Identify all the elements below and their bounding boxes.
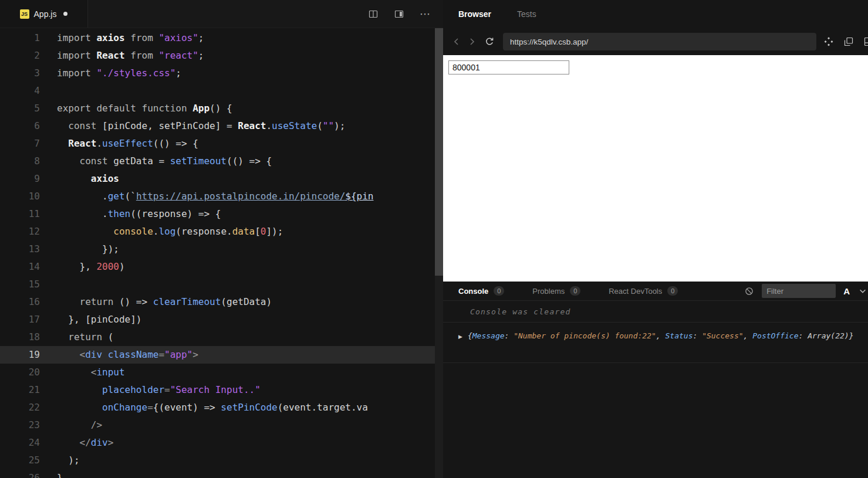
code-line[interactable]: 16 return () => clearTimeout(getData) [0, 293, 435, 311]
tab-browser[interactable]: Browser [458, 9, 491, 19]
pincode-search-input[interactable] [448, 60, 569, 74]
line-number: 14 [0, 258, 40, 276]
code-line[interactable]: 26} [0, 469, 435, 478]
code-line[interactable]: 1import axios from "axios"; [0, 29, 435, 47]
code-text: import React from "react"; [40, 47, 204, 65]
browser-navbar [443, 28, 868, 55]
line-number: 2 [0, 47, 40, 65]
line-number: 25 [0, 452, 40, 469]
code-text: const getData = setTimeout(() => { [40, 152, 272, 170]
code-line[interactable]: 6 const [pinCode, setPinCode] = React.us… [0, 117, 435, 135]
forward-icon[interactable] [464, 34, 479, 49]
code-line[interactable]: 12 console.log(response.data[0]); [0, 223, 435, 240]
console-tab-label: Console [458, 287, 488, 296]
line-number: 24 [0, 434, 40, 452]
codesandbox-window: JS App.js ⋯ 1import axios from "axios";2… [0, 0, 868, 478]
line-number: 16 [0, 293, 40, 311]
code-line[interactable]: 3import "./styles.css"; [0, 65, 435, 82]
browser-viewport [443, 55, 868, 282]
console-tab-console[interactable]: Console 0 [458, 286, 504, 296]
console-actions: A [744, 284, 862, 298]
code-line[interactable]: 22 onChange={(event) => setPinCode(event… [0, 399, 435, 416]
line-number: 3 [0, 65, 40, 82]
code-line[interactable]: 9 axios [0, 170, 435, 188]
code-line[interactable]: 15 [0, 276, 435, 293]
code-line[interactable]: 2import React from "react"; [0, 47, 435, 65]
line-number: 10 [0, 188, 40, 205]
line-number: 4 [0, 82, 40, 100]
line-number: 1 [0, 29, 40, 47]
code-line[interactable]: 21 placeholder="Search Input.." [0, 381, 435, 399]
code-line[interactable]: 10 .get(`https://api.postalpincode.in/pi… [0, 188, 435, 205]
code-line[interactable]: 24 </div> [0, 434, 435, 452]
code-text: /> [40, 416, 102, 434]
editor-pane: JS App.js ⋯ 1import axios from "axios";2… [0, 0, 443, 478]
console-output: Console was cleared ▶ {Message: "Number … [443, 300, 868, 478]
more-actions-icon[interactable]: ⋯ [420, 9, 430, 19]
line-number: 13 [0, 240, 40, 258]
responsive-mode-icon[interactable] [823, 36, 834, 47]
line-number: 11 [0, 205, 40, 223]
code-line[interactable]: 14 }, 2000) [0, 258, 435, 276]
tab-appjs[interactable]: JS App.js [0, 0, 88, 28]
line-number: 8 [0, 152, 40, 170]
code-line[interactable]: 8 const getData = setTimeout(() => { [0, 152, 435, 170]
tab-tests[interactable]: Tests [517, 9, 536, 19]
console-filter-input[interactable] [762, 284, 836, 298]
code-editor[interactable]: 1import axios from "axios";2import React… [0, 28, 435, 478]
pop-out-icon[interactable] [863, 36, 868, 47]
open-preview-icon[interactable] [394, 9, 404, 19]
console-tab-react-devtools[interactable]: React DevTools 0 [609, 286, 678, 296]
code-text [40, 82, 57, 100]
editor-actions: ⋯ [368, 0, 443, 28]
console-tab-problems[interactable]: Problems 0 [532, 286, 580, 296]
console-panel: Console 0 Problems 0 React DevTools 0 A [443, 282, 868, 478]
code-line[interactable]: 18 return ( [0, 328, 435, 346]
code-line[interactable]: 5export default function App() { [0, 100, 435, 117]
code-line[interactable]: 23 /> [0, 416, 435, 434]
code-line[interactable]: 25 ); [0, 452, 435, 469]
open-new-window-icon[interactable] [843, 36, 854, 47]
clear-console-icon[interactable] [744, 286, 754, 296]
code-text: placeholder="Search Input.." [40, 381, 261, 399]
code-text: import "./styles.css"; [40, 65, 181, 82]
line-number: 17 [0, 311, 40, 328]
code-text: <div className="app"> [40, 346, 198, 364]
code-text: <input [40, 364, 125, 381]
code-line[interactable]: 4 [0, 82, 435, 100]
chevron-down-icon[interactable] [857, 286, 868, 296]
refresh-icon[interactable] [482, 34, 497, 49]
back-icon[interactable] [449, 34, 464, 49]
line-number: 6 [0, 117, 40, 135]
problems-count-badge: 0 [570, 286, 580, 296]
preview-tabbar: Browser Tests [443, 0, 868, 28]
code-line[interactable]: 19 <div className="app"> [0, 346, 435, 364]
code-line[interactable]: 11 .then((response) => { [0, 205, 435, 223]
code-line[interactable]: 20 <input [0, 364, 435, 381]
expand-object-icon[interactable]: ▶ [458, 330, 462, 343]
url-input[interactable] [503, 33, 816, 50]
line-number: 22 [0, 399, 40, 416]
editor-scrollbar[interactable] [435, 28, 443, 478]
code-line[interactable]: 17 }, [pinCode]) [0, 311, 435, 328]
code-text: React.useEffect(() => { [40, 135, 198, 152]
code-text: .then((response) => { [40, 205, 221, 223]
code-line[interactable]: 7 React.useEffect(() => { [0, 135, 435, 152]
line-number: 18 [0, 328, 40, 346]
line-number: 12 [0, 223, 40, 240]
devtools-tab-label: React DevTools [609, 287, 662, 296]
line-number: 20 [0, 364, 40, 381]
split-editor-icon[interactable] [368, 9, 379, 19]
font-size-toggle[interactable]: A [843, 286, 850, 296]
code-line[interactable]: 13 }); [0, 240, 435, 258]
code-text [40, 276, 57, 293]
console-count-badge: 0 [494, 286, 504, 296]
code-text: export default function App() { [40, 100, 232, 117]
javascript-file-icon: JS [20, 9, 29, 19]
tab-label: App.js [34, 9, 57, 19]
console-log-row: ▶ {Message: "Number of pincode(s) found:… [443, 323, 868, 363]
code-text: return () => clearTimeout(getData) [40, 293, 272, 311]
scrollbar-thumb[interactable] [435, 28, 443, 276]
log-text: {Message: "Number of pincode(s) found:22… [468, 330, 854, 343]
code-text: onChange={(event) => setPinCode(event.ta… [40, 399, 368, 416]
